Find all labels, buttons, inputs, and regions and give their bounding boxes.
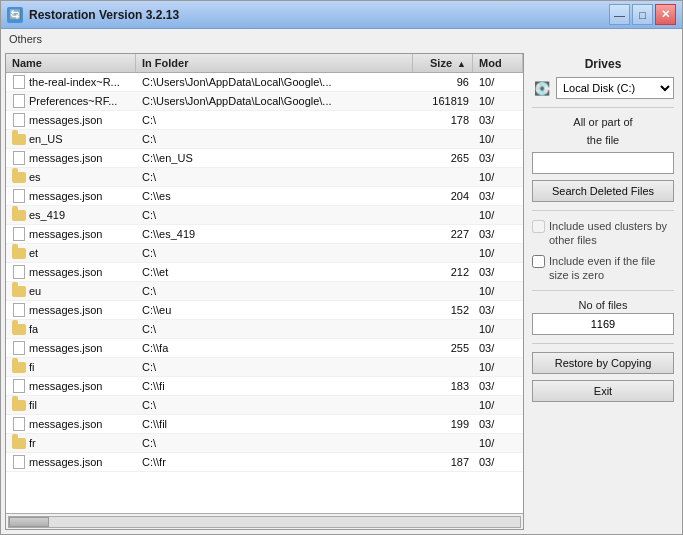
folder-icon — [12, 360, 26, 374]
file-name-text: messages.json — [29, 266, 102, 278]
checkbox-used-clusters[interactable] — [532, 220, 545, 233]
file-icon — [12, 265, 26, 279]
no-files-value — [532, 313, 674, 335]
app-icon: 🔄 — [7, 7, 23, 23]
table-row[interactable]: the-real-index~R... C:\Users\Jon\AppData… — [6, 73, 523, 92]
file-icon — [12, 151, 26, 165]
cell-modified: 10/ — [473, 207, 523, 223]
table-row[interactable]: fa C:\ 10/ — [6, 320, 523, 339]
cell-size — [413, 175, 473, 179]
section-label: Others — [1, 29, 682, 49]
table-row[interactable]: messages.json C:\\es 204 03/ — [6, 187, 523, 206]
table-row[interactable]: fi C:\ 10/ — [6, 358, 523, 377]
drive-select[interactable]: Local Disk (C:) — [556, 77, 674, 99]
table-row[interactable]: eu C:\ 10/ — [6, 282, 523, 301]
cell-name: Preferences~RF... — [6, 92, 136, 110]
cell-folder: C:\ — [136, 321, 413, 337]
table-row[interactable]: messages.json C:\\es_419 227 03/ — [6, 225, 523, 244]
scrollbar-thumb[interactable] — [9, 517, 49, 527]
table-row[interactable]: Preferences~RF... C:\Users\Jon\AppData\L… — [6, 92, 523, 111]
cell-folder: C:\\et — [136, 264, 413, 280]
cell-size — [413, 365, 473, 369]
cell-folder: C:\\fi — [136, 378, 413, 394]
exit-button[interactable]: Exit — [532, 380, 674, 402]
cell-folder: C:\Users\Jon\AppData\Local\Google\... — [136, 93, 413, 109]
cell-folder: C:\ — [136, 435, 413, 451]
cell-modified: 03/ — [473, 340, 523, 356]
cell-name: messages.json — [6, 453, 136, 471]
table-row[interactable]: messages.json C:\\et 212 03/ — [6, 263, 523, 282]
file-name-text: messages.json — [29, 380, 102, 392]
search-label-line1: All or part of — [532, 116, 674, 128]
table-body[interactable]: the-real-index~R... C:\Users\Jon\AppData… — [6, 73, 523, 513]
table-row[interactable]: et C:\ 10/ — [6, 244, 523, 263]
table-row[interactable]: messages.json C:\\fr 187 03/ — [6, 453, 523, 472]
cell-size — [413, 327, 473, 331]
folder-icon — [12, 284, 26, 298]
file-icon — [12, 94, 26, 108]
cell-modified: 10/ — [473, 283, 523, 299]
file-icon — [12, 379, 26, 393]
minimize-button[interactable]: — — [609, 4, 630, 25]
table-row[interactable]: messages.json C:\\eu 152 03/ — [6, 301, 523, 320]
window-controls: — □ ✕ — [609, 4, 676, 25]
file-icon — [12, 227, 26, 241]
file-icon — [12, 417, 26, 431]
divider-2 — [532, 210, 674, 211]
file-name-text: en_US — [29, 133, 63, 145]
cell-size: 96 — [413, 74, 473, 90]
cell-folder: C:\\fa — [136, 340, 413, 356]
cell-size: 178 — [413, 112, 473, 128]
file-name-text: fa — [29, 323, 38, 335]
cell-folder: C:\ — [136, 169, 413, 185]
file-icon — [12, 455, 26, 469]
table-row[interactable]: en_US C:\ 10/ — [6, 130, 523, 149]
drive-icon: 💽 — [532, 80, 552, 96]
table-row[interactable]: messages.json C:\\fi 183 03/ — [6, 377, 523, 396]
cell-modified: 03/ — [473, 416, 523, 432]
cell-size — [413, 213, 473, 217]
file-icon — [12, 189, 26, 203]
table-row[interactable]: es C:\ 10/ — [6, 168, 523, 187]
file-name-text: messages.json — [29, 114, 102, 126]
table-row[interactable]: messages.json C:\\en_US 265 03/ — [6, 149, 523, 168]
cell-folder: C:\ — [136, 283, 413, 299]
cell-modified: 03/ — [473, 264, 523, 280]
column-header-name[interactable]: Name — [6, 54, 136, 72]
column-header-size[interactable]: Size ▲ — [413, 54, 473, 72]
main-content: Name In Folder Size ▲ Mod the-real-index… — [1, 49, 682, 534]
cell-name: the-real-index~R... — [6, 73, 136, 91]
cell-folder: C:\\es_419 — [136, 226, 413, 242]
table-row[interactable]: es_419 C:\ 10/ — [6, 206, 523, 225]
cell-modified: 03/ — [473, 188, 523, 204]
scrollbar-track[interactable] — [8, 516, 521, 528]
close-button[interactable]: ✕ — [655, 4, 676, 25]
search-button[interactable]: Search Deleted Files — [532, 180, 674, 202]
cell-size — [413, 137, 473, 141]
table-row[interactable]: fil C:\ 10/ — [6, 396, 523, 415]
table-row[interactable]: messages.json C:\ 178 03/ — [6, 111, 523, 130]
file-name-text: fi — [29, 361, 35, 373]
cell-folder: C:\ — [136, 397, 413, 413]
table-row[interactable]: messages.json C:\\fa 255 03/ — [6, 339, 523, 358]
cell-name: es — [6, 168, 136, 186]
cell-size — [413, 251, 473, 255]
folder-icon — [12, 322, 26, 336]
file-name-text: es — [29, 171, 41, 183]
search-input[interactable] — [532, 152, 674, 174]
table-row[interactable]: fr C:\ 10/ — [6, 434, 523, 453]
column-header-folder[interactable]: In Folder — [136, 54, 413, 72]
cell-size: 161819 — [413, 93, 473, 109]
table-row[interactable]: messages.json C:\\fil 199 03/ — [6, 415, 523, 434]
side-panel: Drives 💽 Local Disk (C:) All or part of … — [528, 53, 678, 530]
cell-folder: C:\ — [136, 245, 413, 261]
checkbox-filesize-zero[interactable] — [532, 255, 545, 268]
maximize-button[interactable]: □ — [632, 4, 653, 25]
restore-button[interactable]: Restore by Copying — [532, 352, 674, 374]
file-name-text: messages.json — [29, 304, 102, 316]
cell-name: fr — [6, 434, 136, 452]
cell-name: messages.json — [6, 415, 136, 433]
horizontal-scrollbar[interactable] — [6, 513, 523, 529]
column-header-modified[interactable]: Mod — [473, 54, 523, 72]
cell-name: messages.json — [6, 377, 136, 395]
